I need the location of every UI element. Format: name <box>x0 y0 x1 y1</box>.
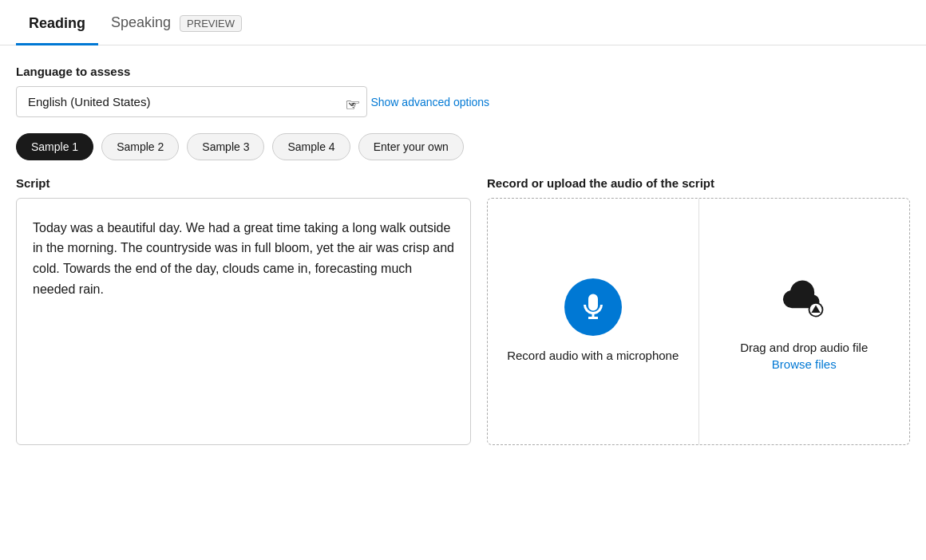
sample-buttons-group: Sample 1 Sample 2 Sample 3 Sample 4 Ente… <box>16 133 910 160</box>
language-select-wrapper: English (United States) English (United … <box>16 86 367 117</box>
script-title: Script <box>16 176 471 190</box>
tab-reading[interactable]: Reading <box>16 1 98 45</box>
sample-btn-2[interactable]: Sample 2 <box>101 133 179 160</box>
language-select[interactable]: English (United States) English (United … <box>16 86 367 117</box>
record-title: Record or upload the audio of the script <box>487 176 910 190</box>
microphone-svg <box>579 293 607 321</box>
microphone-label: Record audio with a microphone <box>507 347 679 364</box>
enter-your-own-btn[interactable]: Enter your own <box>358 133 464 160</box>
record-upload-box: Record audio with a microphone <box>487 198 910 445</box>
upload-section[interactable]: Drag and drop audio file Browse files <box>699 199 910 444</box>
script-text[interactable]: Today was a beautiful day. We had a grea… <box>16 198 471 445</box>
browse-files-link[interactable]: Browse files <box>772 357 837 371</box>
tab-reading-label: Reading <box>29 15 85 31</box>
tabs-bar: Reading Speaking PREVIEW <box>0 0 926 45</box>
show-advanced-link[interactable]: Show advanced options <box>370 96 489 108</box>
sample-btn-3[interactable]: Sample 3 <box>187 133 264 160</box>
microphone-section[interactable]: Record audio with a microphone <box>488 199 699 444</box>
tab-speaking-badge: PREVIEW <box>180 15 242 32</box>
bottom-section: Script Today was a beautiful day. We had… <box>16 176 910 445</box>
tab-speaking-label: Speaking <box>111 14 171 30</box>
drag-drop-label: Drag and drop audio file Browse files <box>740 339 868 373</box>
sample-btn-4[interactable]: Sample 4 <box>272 133 350 160</box>
cloud-upload-svg <box>780 275 828 323</box>
main-content: Language to assess English (United State… <box>0 45 926 464</box>
script-panel: Script Today was a beautiful day. We had… <box>16 176 471 445</box>
mic-icon <box>564 278 622 336</box>
sample-btn-1[interactable]: Sample 1 <box>16 133 93 160</box>
tab-speaking[interactable]: Speaking PREVIEW <box>98 0 255 45</box>
language-label: Language to assess <box>16 65 910 78</box>
record-panel: Record or upload the audio of the script… <box>487 176 910 445</box>
cloud-upload-icon <box>775 270 833 328</box>
